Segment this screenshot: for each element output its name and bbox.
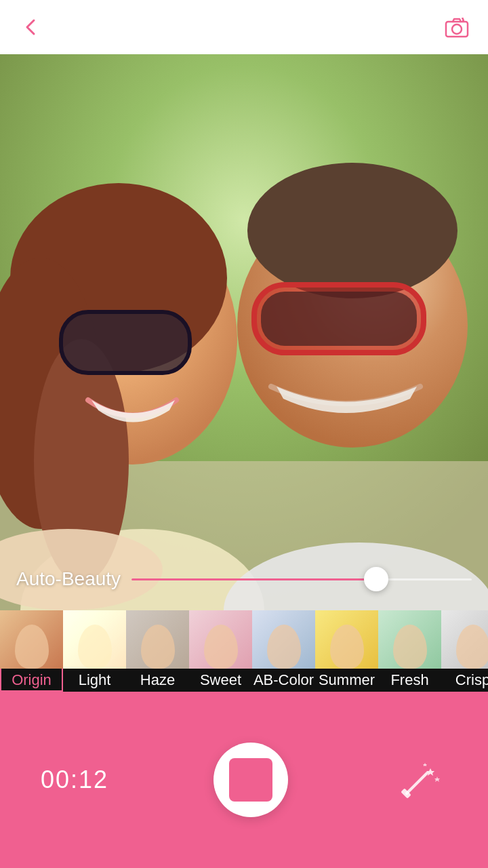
beauty-slider-track[interactable] — [131, 578, 472, 580]
timer-display: 00:12 — [41, 766, 108, 794]
filter-thumb-origin — [0, 610, 63, 669]
filter-strip: OriginLightHazeSweetAB-ColorSummerFreshC… — [0, 610, 488, 692]
filter-thumb-fresh — [378, 610, 441, 669]
filter-item-light[interactable]: Light — [63, 610, 126, 692]
filter-item-sweet[interactable]: Sweet — [189, 610, 252, 692]
beauty-slider-fill — [131, 578, 376, 580]
back-button[interactable] — [16, 12, 46, 42]
filter-label-origin: Origin — [0, 669, 63, 692]
filter-label-light: Light — [63, 669, 126, 692]
filter-thumb-haze — [126, 610, 189, 669]
filter-item-crisp[interactable]: Crisp — [441, 610, 488, 692]
filter-thumb-abcolor — [252, 610, 315, 669]
filter-label-haze: Haze — [126, 669, 189, 692]
beauty-label: Auto-Beauty — [16, 568, 121, 590]
filter-thumb-light — [63, 610, 126, 669]
filter-item-origin[interactable]: Origin — [0, 610, 63, 692]
record-stop-icon — [229, 758, 272, 802]
top-bar — [0, 0, 488, 54]
filter-thumb-crisp — [441, 610, 488, 669]
filter-thumb-summer — [315, 610, 378, 669]
camera-flip-button[interactable] — [442, 12, 472, 42]
bottom-panel: 00:12 — [0, 692, 488, 868]
filter-label-abcolor: AB-Color — [252, 669, 315, 692]
svg-rect-14 — [261, 292, 417, 346]
svg-point-11 — [247, 163, 458, 298]
filter-label-sweet: Sweet — [189, 669, 252, 692]
viewfinder: Auto-Beauty — [0, 54, 488, 610]
filter-item-fresh[interactable]: Fresh — [378, 610, 441, 692]
effects-button[interactable] — [393, 753, 447, 807]
filter-item-summer[interactable]: Summer — [315, 610, 378, 692]
filter-thumb-sweet — [189, 610, 252, 669]
beauty-slider-container: Auto-Beauty — [16, 568, 472, 590]
filter-item-abcolor[interactable]: AB-Color — [252, 610, 315, 692]
beauty-slider-thumb[interactable] — [364, 567, 388, 591]
svg-point-1 — [452, 24, 462, 34]
svg-line-18 — [407, 773, 427, 793]
filter-label-fresh: Fresh — [378, 669, 441, 692]
filter-item-haze[interactable]: Haze — [126, 610, 189, 692]
filter-label-summer: Summer — [315, 669, 378, 692]
record-stop-button[interactable] — [214, 743, 288, 817]
svg-rect-12 — [61, 312, 190, 373]
filter-label-crisp: Crisp — [441, 669, 488, 692]
